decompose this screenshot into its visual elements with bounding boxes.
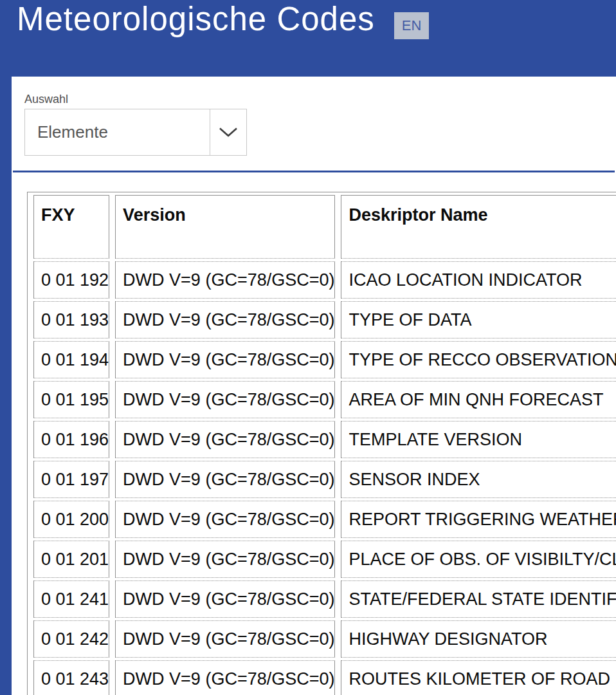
version-cell: DWD V=9 (GC=78/GSC=0)	[115, 580, 335, 618]
fxy-cell: 0 01 201	[33, 541, 109, 578]
fxy-cell: 0 01 242	[33, 620, 109, 658]
codes-table-wrapper: FXY Version Deskriptor Name 0 01 192 DWD…	[27, 192, 616, 695]
fxy-cell: 0 01 194	[33, 341, 109, 378]
version-cell: DWD V=9 (GC=78/GSC=0)	[115, 381, 335, 418]
version-cell: DWD V=9 (GC=78/GSC=0)	[115, 461, 335, 498]
table-body: 0 01 192 DWD V=9 (GC=78/GSC=0) ICAO LOCA…	[33, 261, 616, 695]
table-row: 0 01 241 DWD V=9 (GC=78/GSC=0) STATE/FED…	[33, 580, 616, 618]
language-toggle-button[interactable]: EN	[394, 12, 429, 39]
elements-select[interactable]: Elemente	[24, 109, 247, 156]
auswahl-label: Auswahl	[24, 92, 68, 106]
column-header-fxy: FXY	[33, 195, 109, 259]
deskriptor-name-cell: STATE/FEDERAL STATE IDENTIFIER	[341, 580, 616, 618]
table-row: 0 01 192 DWD V=9 (GC=78/GSC=0) ICAO LOCA…	[33, 261, 616, 299]
content-panel: Auswahl Elemente FXY Version Deskriptor …	[12, 77, 616, 695]
select-value: Elemente	[25, 109, 210, 155]
table-row: 0 01 201 DWD V=9 (GC=78/GSC=0) PLACE OF …	[33, 541, 616, 578]
version-cell: DWD V=9 (GC=78/GSC=0)	[115, 341, 335, 378]
codes-table: FXY Version Deskriptor Name 0 01 192 DWD…	[27, 192, 616, 695]
fxy-cell: 0 01 241	[33, 580, 109, 618]
column-header-version: Version	[115, 195, 335, 259]
deskriptor-name-cell: ROUTES KILOMETER OF ROAD	[341, 660, 616, 695]
page-title: Meteorologische Codes	[17, 0, 375, 39]
deskriptor-name-cell: SENSOR INDEX	[341, 461, 616, 498]
fxy-cell: 0 01 200	[33, 501, 109, 538]
version-cell: DWD V=9 (GC=78/GSC=0)	[115, 541, 335, 578]
table-row: 0 01 243 DWD V=9 (GC=78/GSC=0) ROUTES KI…	[33, 660, 616, 695]
column-header-deskriptor-name: Deskriptor Name	[341, 195, 616, 259]
fxy-cell: 0 01 192	[33, 261, 109, 299]
fxy-cell: 0 01 197	[33, 461, 109, 498]
version-cell: DWD V=9 (GC=78/GSC=0)	[115, 660, 335, 695]
table-row: 0 01 195 DWD V=9 (GC=78/GSC=0) AREA OF M…	[33, 381, 616, 418]
version-cell: DWD V=9 (GC=78/GSC=0)	[115, 421, 335, 458]
version-cell: DWD V=9 (GC=78/GSC=0)	[115, 261, 335, 299]
app-header: Meteorologische Codes EN	[0, 0, 616, 77]
deskriptor-name-cell: AREA OF MIN QNH FORECAST	[341, 381, 616, 418]
version-cell: DWD V=9 (GC=78/GSC=0)	[115, 301, 335, 338]
chevron-down-icon	[210, 109, 246, 155]
deskriptor-name-cell: TYPE OF DATA	[341, 301, 616, 338]
fxy-cell: 0 01 243	[33, 660, 109, 695]
deskriptor-name-cell: PLACE OF OBS. OF VISIBILTY/CLOUD	[341, 541, 616, 578]
version-cell: DWD V=9 (GC=78/GSC=0)	[115, 620, 335, 658]
table-row: 0 01 196 DWD V=9 (GC=78/GSC=0) TEMPLATE …	[33, 421, 616, 458]
fxy-cell: 0 01 193	[33, 301, 109, 338]
fxy-cell: 0 01 196	[33, 421, 109, 458]
deskriptor-name-cell: REPORT TRIGGERING WEATHER	[341, 501, 616, 538]
table-row: 0 01 200 DWD V=9 (GC=78/GSC=0) REPORT TR…	[33, 501, 616, 538]
deskriptor-name-cell: TEMPLATE VERSION	[341, 421, 616, 458]
fxy-cell: 0 01 195	[33, 381, 109, 418]
version-cell: DWD V=9 (GC=78/GSC=0)	[115, 501, 335, 538]
section-divider	[13, 171, 615, 172]
table-row: 0 01 197 DWD V=9 (GC=78/GSC=0) SENSOR IN…	[33, 461, 616, 498]
table-header: FXY Version Deskriptor Name	[33, 195, 616, 259]
deskriptor-name-cell: ICAO LOCATION INDICATOR	[341, 261, 616, 299]
table-row: 0 01 194 DWD V=9 (GC=78/GSC=0) TYPE OF R…	[33, 341, 616, 378]
table-row: 0 01 193 DWD V=9 (GC=78/GSC=0) TYPE OF D…	[33, 301, 616, 338]
deskriptor-name-cell: HIGHWAY DESIGNATOR	[341, 620, 616, 658]
table-row: 0 01 242 DWD V=9 (GC=78/GSC=0) HIGHWAY D…	[33, 620, 616, 658]
deskriptor-name-cell: TYPE OF RECCO OBSERVATION	[341, 341, 616, 378]
header-row: FXY Version Deskriptor Name	[33, 195, 616, 259]
